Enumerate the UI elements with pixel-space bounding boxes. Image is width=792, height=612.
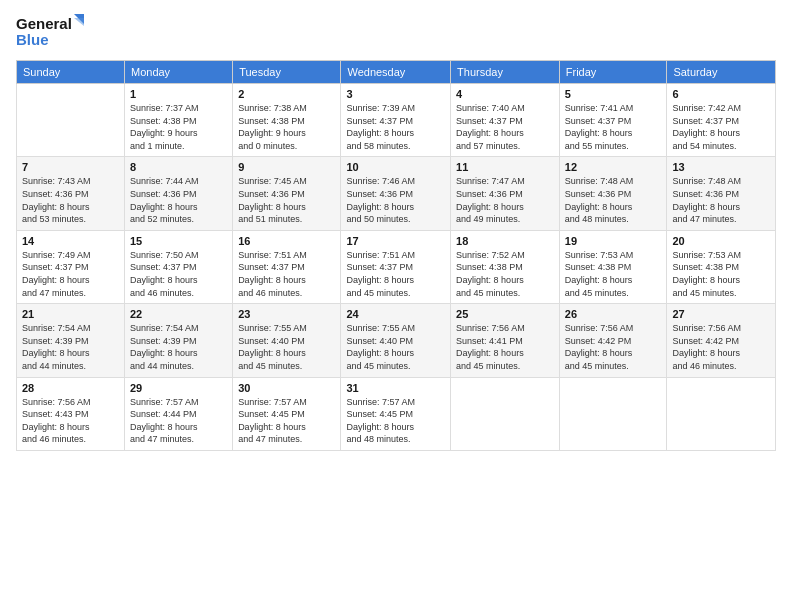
calendar-day-13: 13Sunrise: 7:48 AM Sunset: 4:36 PM Dayli… [667, 157, 776, 230]
calendar-day-9: 9Sunrise: 7:45 AM Sunset: 4:36 PM Daylig… [233, 157, 341, 230]
day-info: Sunrise: 7:56 AM Sunset: 4:42 PM Dayligh… [565, 322, 662, 372]
day-number: 8 [130, 161, 227, 173]
calendar-day-29: 29Sunrise: 7:57 AM Sunset: 4:44 PM Dayli… [124, 377, 232, 450]
calendar-day-24: 24Sunrise: 7:55 AM Sunset: 4:40 PM Dayli… [341, 304, 451, 377]
svg-marker-3 [74, 18, 84, 26]
weekday-header-tuesday: Tuesday [233, 61, 341, 84]
day-number: 21 [22, 308, 119, 320]
calendar-day-31: 31Sunrise: 7:57 AM Sunset: 4:45 PM Dayli… [341, 377, 451, 450]
logo-svg: General Blue [16, 12, 86, 52]
day-info: Sunrise: 7:57 AM Sunset: 4:45 PM Dayligh… [238, 396, 335, 446]
day-number: 5 [565, 88, 662, 100]
calendar-week-row: 14Sunrise: 7:49 AM Sunset: 4:37 PM Dayli… [17, 230, 776, 303]
calendar-day-27: 27Sunrise: 7:56 AM Sunset: 4:42 PM Dayli… [667, 304, 776, 377]
day-number: 7 [22, 161, 119, 173]
weekday-header-friday: Friday [559, 61, 667, 84]
weekday-header-wednesday: Wednesday [341, 61, 451, 84]
calendar-empty-cell [17, 84, 125, 157]
day-info: Sunrise: 7:50 AM Sunset: 4:37 PM Dayligh… [130, 249, 227, 299]
calendar-day-11: 11Sunrise: 7:47 AM Sunset: 4:36 PM Dayli… [451, 157, 560, 230]
calendar-day-30: 30Sunrise: 7:57 AM Sunset: 4:45 PM Dayli… [233, 377, 341, 450]
weekday-header-monday: Monday [124, 61, 232, 84]
calendar-day-16: 16Sunrise: 7:51 AM Sunset: 4:37 PM Dayli… [233, 230, 341, 303]
day-number: 3 [346, 88, 445, 100]
day-info: Sunrise: 7:48 AM Sunset: 4:36 PM Dayligh… [672, 175, 770, 225]
day-info: Sunrise: 7:51 AM Sunset: 4:37 PM Dayligh… [238, 249, 335, 299]
day-info: Sunrise: 7:47 AM Sunset: 4:36 PM Dayligh… [456, 175, 554, 225]
day-number: 16 [238, 235, 335, 247]
calendar-week-row: 7Sunrise: 7:43 AM Sunset: 4:36 PM Daylig… [17, 157, 776, 230]
calendar-day-7: 7Sunrise: 7:43 AM Sunset: 4:36 PM Daylig… [17, 157, 125, 230]
day-number: 25 [456, 308, 554, 320]
weekday-header-saturday: Saturday [667, 61, 776, 84]
day-info: Sunrise: 7:48 AM Sunset: 4:36 PM Dayligh… [565, 175, 662, 225]
calendar-empty-cell [451, 377, 560, 450]
calendar-header-row: SundayMondayTuesdayWednesdayThursdayFrid… [17, 61, 776, 84]
day-info: Sunrise: 7:38 AM Sunset: 4:38 PM Dayligh… [238, 102, 335, 152]
page: General Blue SundayMondayTuesdayWednesda… [0, 0, 792, 612]
day-number: 31 [346, 382, 445, 394]
day-number: 13 [672, 161, 770, 173]
calendar-day-26: 26Sunrise: 7:56 AM Sunset: 4:42 PM Dayli… [559, 304, 667, 377]
day-info: Sunrise: 7:49 AM Sunset: 4:37 PM Dayligh… [22, 249, 119, 299]
svg-text:Blue: Blue [16, 31, 49, 48]
calendar-day-17: 17Sunrise: 7:51 AM Sunset: 4:37 PM Dayli… [341, 230, 451, 303]
weekday-header-thursday: Thursday [451, 61, 560, 84]
day-number: 27 [672, 308, 770, 320]
logo: General Blue [16, 12, 86, 52]
calendar-day-15: 15Sunrise: 7:50 AM Sunset: 4:37 PM Dayli… [124, 230, 232, 303]
day-info: Sunrise: 7:39 AM Sunset: 4:37 PM Dayligh… [346, 102, 445, 152]
day-info: Sunrise: 7:56 AM Sunset: 4:43 PM Dayligh… [22, 396, 119, 446]
calendar-day-25: 25Sunrise: 7:56 AM Sunset: 4:41 PM Dayli… [451, 304, 560, 377]
day-number: 10 [346, 161, 445, 173]
day-number: 4 [456, 88, 554, 100]
calendar-day-18: 18Sunrise: 7:52 AM Sunset: 4:38 PM Dayli… [451, 230, 560, 303]
header: General Blue [16, 12, 776, 52]
day-number: 14 [22, 235, 119, 247]
day-number: 12 [565, 161, 662, 173]
day-number: 28 [22, 382, 119, 394]
calendar-day-22: 22Sunrise: 7:54 AM Sunset: 4:39 PM Dayli… [124, 304, 232, 377]
calendar-empty-cell [559, 377, 667, 450]
day-info: Sunrise: 7:41 AM Sunset: 4:37 PM Dayligh… [565, 102, 662, 152]
day-info: Sunrise: 7:56 AM Sunset: 4:41 PM Dayligh… [456, 322, 554, 372]
weekday-header-sunday: Sunday [17, 61, 125, 84]
day-number: 29 [130, 382, 227, 394]
calendar-day-10: 10Sunrise: 7:46 AM Sunset: 4:36 PM Dayli… [341, 157, 451, 230]
day-info: Sunrise: 7:56 AM Sunset: 4:42 PM Dayligh… [672, 322, 770, 372]
day-number: 2 [238, 88, 335, 100]
day-number: 17 [346, 235, 445, 247]
day-info: Sunrise: 7:44 AM Sunset: 4:36 PM Dayligh… [130, 175, 227, 225]
calendar-day-23: 23Sunrise: 7:55 AM Sunset: 4:40 PM Dayli… [233, 304, 341, 377]
day-info: Sunrise: 7:52 AM Sunset: 4:38 PM Dayligh… [456, 249, 554, 299]
calendar-empty-cell [667, 377, 776, 450]
day-info: Sunrise: 7:53 AM Sunset: 4:38 PM Dayligh… [672, 249, 770, 299]
calendar-day-21: 21Sunrise: 7:54 AM Sunset: 4:39 PM Dayli… [17, 304, 125, 377]
calendar-day-6: 6Sunrise: 7:42 AM Sunset: 4:37 PM Daylig… [667, 84, 776, 157]
day-number: 24 [346, 308, 445, 320]
day-info: Sunrise: 7:40 AM Sunset: 4:37 PM Dayligh… [456, 102, 554, 152]
day-info: Sunrise: 7:54 AM Sunset: 4:39 PM Dayligh… [130, 322, 227, 372]
day-number: 1 [130, 88, 227, 100]
svg-text:General: General [16, 15, 72, 32]
day-info: Sunrise: 7:37 AM Sunset: 4:38 PM Dayligh… [130, 102, 227, 152]
calendar-day-14: 14Sunrise: 7:49 AM Sunset: 4:37 PM Dayli… [17, 230, 125, 303]
calendar-week-row: 1Sunrise: 7:37 AM Sunset: 4:38 PM Daylig… [17, 84, 776, 157]
calendar-day-19: 19Sunrise: 7:53 AM Sunset: 4:38 PM Dayli… [559, 230, 667, 303]
day-info: Sunrise: 7:45 AM Sunset: 4:36 PM Dayligh… [238, 175, 335, 225]
day-number: 23 [238, 308, 335, 320]
day-number: 30 [238, 382, 335, 394]
day-number: 6 [672, 88, 770, 100]
day-info: Sunrise: 7:55 AM Sunset: 4:40 PM Dayligh… [346, 322, 445, 372]
calendar-day-2: 2Sunrise: 7:38 AM Sunset: 4:38 PM Daylig… [233, 84, 341, 157]
day-info: Sunrise: 7:53 AM Sunset: 4:38 PM Dayligh… [565, 249, 662, 299]
day-number: 20 [672, 235, 770, 247]
day-number: 11 [456, 161, 554, 173]
day-number: 22 [130, 308, 227, 320]
day-info: Sunrise: 7:57 AM Sunset: 4:44 PM Dayligh… [130, 396, 227, 446]
day-info: Sunrise: 7:43 AM Sunset: 4:36 PM Dayligh… [22, 175, 119, 225]
day-number: 19 [565, 235, 662, 247]
day-info: Sunrise: 7:55 AM Sunset: 4:40 PM Dayligh… [238, 322, 335, 372]
day-info: Sunrise: 7:51 AM Sunset: 4:37 PM Dayligh… [346, 249, 445, 299]
day-number: 18 [456, 235, 554, 247]
